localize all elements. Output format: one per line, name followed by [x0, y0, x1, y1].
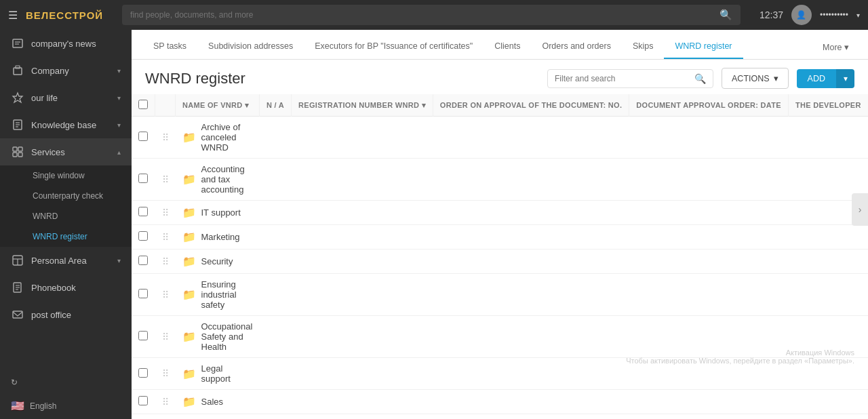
- row-reg-cell: [292, 250, 433, 274]
- drag-handle-icon[interactable]: ⠿: [162, 368, 169, 379]
- row-drag-cell: ⠿: [155, 225, 176, 250]
- personal-area-chevron-icon: ▾: [117, 257, 121, 264]
- row-checkbox[interactable]: [138, 174, 148, 183]
- row-name-cell: 📁 IT support: [176, 201, 260, 225]
- row-order-date-cell: [629, 225, 789, 250]
- row-name-cell: 📁 Strategic management: [176, 414, 260, 420]
- row-order-no-cell: [433, 414, 629, 420]
- table-row: ⠿ 📁 IT support: [132, 201, 868, 225]
- language-selector[interactable]: 🇺🇸 English: [0, 393, 132, 419]
- row-name: Security: [201, 256, 233, 266]
- drag-handle-icon[interactable]: ⠿: [162, 174, 169, 185]
- table-search-input[interactable]: [555, 74, 690, 83]
- row-checkbox[interactable]: [138, 207, 148, 216]
- row-drag-cell: ⠿: [155, 316, 176, 358]
- row-checkbox[interactable]: [138, 396, 148, 405]
- row-checkbox[interactable]: [138, 368, 148, 378]
- folder-icon: 📁: [182, 173, 196, 186]
- sidebar: company's news Company ▾ our life ▾ Know…: [0, 30, 132, 419]
- col-header-developer: THE DEVELOPER: [788, 94, 868, 117]
- table-row: ⠿ 📁 Security: [132, 250, 868, 274]
- select-all-checkbox[interactable]: [138, 100, 148, 109]
- sidebar-item-post-office-label: post office: [31, 310, 121, 320]
- tab-executors-bp[interactable]: Executors for BP "Issuance of certificat…: [304, 35, 484, 59]
- sidebar-item-post-office[interactable]: post office: [0, 301, 132, 328]
- folder-icon: 📁: [182, 330, 196, 343]
- hamburger-icon[interactable]: ☰: [8, 9, 18, 22]
- table-row: ⠿ 📁 Occupational Safety and Health: [132, 316, 868, 358]
- add-button-dropdown[interactable]: ▾: [836, 69, 854, 88]
- sidebar-item-company-news[interactable]: company's news: [0, 30, 132, 57]
- avatar[interactable]: 👤: [791, 5, 812, 25]
- sidebar-item-knowledge-base[interactable]: Knowledge base ▾: [0, 111, 132, 138]
- sidebar-sub-item-wnrd-register[interactable]: WNRD register: [0, 226, 132, 247]
- sidebar-item-services[interactable]: Services ▴: [0, 138, 132, 165]
- row-order-date-cell: [629, 316, 789, 358]
- global-search[interactable]: 🔍: [122, 5, 741, 25]
- sidebar-refresh[interactable]: ↻: [0, 372, 132, 393]
- tab-clients[interactable]: Clients: [484, 35, 531, 59]
- row-developer-cell: [788, 390, 868, 414]
- row-order-date-cell: [629, 274, 789, 316]
- row-drag-cell: ⠿: [155, 390, 176, 414]
- row-checkbox[interactable]: [138, 132, 148, 141]
- sidebar-item-personal-area[interactable]: Personal Area ▾: [0, 247, 132, 274]
- services-submenu: Single window Counterparty check WNRD WN…: [0, 165, 132, 247]
- row-checkbox-cell: [132, 358, 155, 390]
- row-name-cell: 📁 Archive of canceled WNRD: [176, 117, 260, 159]
- sidebar-item-our-life[interactable]: our life ▾: [0, 84, 132, 111]
- tab-wnrd-register[interactable]: WNRD register: [664, 35, 743, 59]
- row-checkbox[interactable]: [138, 289, 148, 298]
- tabbar: SP tasks Subdivision addresses Executors…: [132, 30, 868, 60]
- drag-handle-icon[interactable]: ⠿: [162, 290, 169, 300]
- row-na-cell: [259, 414, 291, 420]
- svg-rect-4: [16, 66, 20, 68]
- drag-handle-icon[interactable]: ⠿: [162, 232, 169, 243]
- row-order-date-cell: [629, 159, 789, 201]
- sidebar-item-company[interactable]: Company ▾: [0, 57, 132, 84]
- drag-handle-icon[interactable]: ⠿: [162, 256, 169, 267]
- col-header-reg[interactable]: REGISTRATION NUMBER WNRD ▾: [292, 94, 433, 117]
- page-title: WNRD register: [145, 70, 539, 87]
- row-checkbox[interactable]: [138, 231, 148, 241]
- global-search-input[interactable]: [130, 10, 714, 20]
- row-checkbox[interactable]: [138, 331, 148, 340]
- row-na-cell: [259, 250, 291, 274]
- row-name-cell: 📁 Sales: [176, 390, 260, 414]
- drag-handle-icon[interactable]: ⠿: [162, 332, 169, 342]
- sidebar-sub-item-wnrd[interactable]: WNRD: [0, 206, 132, 226]
- row-reg-cell: [292, 390, 433, 414]
- add-button[interactable]: ADD: [797, 69, 836, 88]
- svg-marker-5: [13, 93, 22, 102]
- tab-skips[interactable]: Skips: [622, 35, 665, 59]
- tab-more[interactable]: More ▾: [814, 35, 857, 59]
- row-checkbox[interactable]: [138, 256, 148, 265]
- folder-icon: 📁: [182, 231, 196, 243]
- row-name-cell: 📁 Marketing: [176, 225, 260, 250]
- drag-handle-icon[interactable]: ⠿: [162, 132, 169, 143]
- folder-icon: 📁: [182, 206, 196, 219]
- row-order-no-cell: [433, 316, 629, 358]
- row-checkbox-cell: [132, 390, 155, 414]
- drag-handle-icon[interactable]: ⠿: [162, 207, 169, 218]
- row-na-cell: [259, 274, 291, 316]
- drag-handle-icon[interactable]: ⠿: [162, 397, 169, 407]
- table-row: ⠿ 📁 Accounting and tax accounting: [132, 159, 868, 201]
- col-header-drag: [155, 94, 176, 117]
- col-header-name[interactable]: NAME OF VNRD ▾: [176, 94, 260, 117]
- row-name: Marketing: [201, 232, 240, 242]
- tab-subdivision-addresses[interactable]: Subdivision addresses: [197, 35, 304, 59]
- sidebar-collapse-button[interactable]: ›: [852, 193, 868, 226]
- sidebar-sub-item-counterparty-check[interactable]: Counterparty check: [0, 186, 132, 206]
- folder-icon: 📁: [182, 131, 196, 144]
- sidebar-item-phonebook[interactable]: Phonebook: [0, 274, 132, 301]
- knowledge-base-chevron-icon: ▾: [117, 121, 121, 129]
- user-menu-chevron-icon[interactable]: ▾: [856, 12, 860, 19]
- table-row: ⠿ 📁 Marketing: [132, 225, 868, 250]
- sidebar-sub-item-single-window[interactable]: Single window: [0, 165, 132, 186]
- actions-button[interactable]: ACTIONS ▾: [722, 68, 789, 89]
- row-order-date-cell: [629, 358, 789, 390]
- tab-sp-tasks[interactable]: SP tasks: [142, 35, 197, 59]
- table-search[interactable]: 🔍: [547, 69, 713, 88]
- tab-orders-orders[interactable]: Orders and orders: [531, 35, 621, 59]
